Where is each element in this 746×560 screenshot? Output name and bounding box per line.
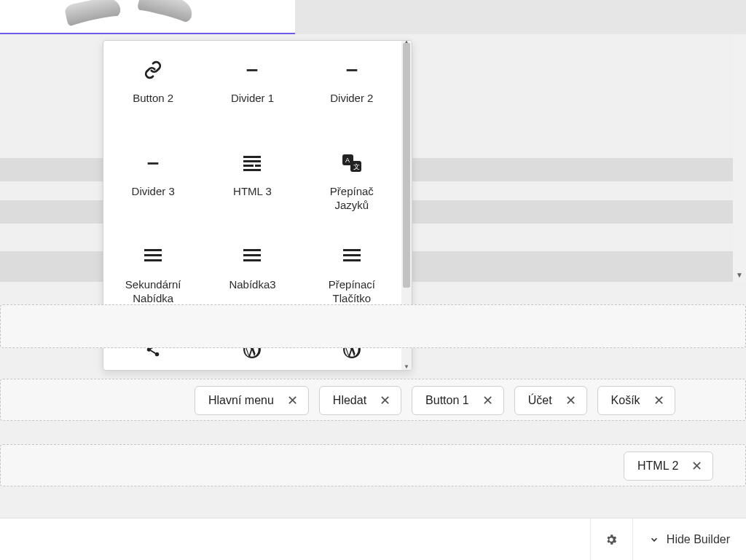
builder-chip-button-1[interactable]: Button 1 ✕ [412, 386, 504, 415]
settings-button[interactable] [590, 518, 632, 560]
component-divider-2[interactable]: Divider 2 [302, 54, 401, 147]
hide-builder-label: Hide Builder [667, 533, 730, 546]
svg-rect-19 [343, 254, 361, 256]
builder-chip-cart[interactable]: Košík ✕ [597, 386, 675, 415]
svg-rect-15 [243, 249, 261, 251]
chip-label: Účet [528, 394, 552, 407]
divider-icon [242, 61, 262, 79]
component-label: Divider 3 [132, 185, 175, 199]
builder-bottom-bar: Hide Builder [0, 518, 746, 560]
menu-icon [342, 248, 362, 265]
component-button-2[interactable]: Button 2 [103, 54, 203, 147]
panel-scrollbar[interactable]: ▼ [733, 34, 746, 282]
svg-rect-13 [144, 254, 162, 256]
component-label: Button 2 [133, 92, 173, 106]
svg-point-22 [147, 347, 152, 352]
component-label: Divider 1 [231, 92, 274, 106]
translate-icon: A文 [342, 154, 362, 172]
hide-builder-button[interactable]: Hide Builder [632, 518, 746, 560]
svg-rect-4 [243, 160, 261, 162]
close-icon[interactable]: ✕ [565, 394, 576, 407]
chevron-down-icon [649, 535, 659, 545]
chip-container: Hlavní menu ✕ Hledat ✕ Button 1 ✕ Účet ✕… [195, 386, 675, 415]
svg-rect-0 [247, 69, 258, 71]
svg-rect-12 [144, 249, 162, 251]
svg-rect-18 [343, 249, 361, 251]
component-divider-1[interactable]: Divider 1 [203, 54, 302, 147]
svg-point-23 [155, 352, 160, 357]
component-divider-3[interactable]: Divider 3 [103, 147, 203, 240]
builder-chip-search[interactable]: Hledat ✕ [319, 386, 401, 415]
link-icon [143, 61, 163, 79]
preview-canvas-left [0, 0, 295, 34]
builder-chip-account[interactable]: Účet ✕ [514, 386, 587, 415]
chevron-down-icon[interactable]: ▼ [404, 364, 409, 370]
component-label: Přepínač Jazyků [330, 185, 374, 213]
chip-label: Button 1 [425, 394, 469, 407]
builder-slot-row[interactable] [0, 304, 746, 348]
component-label: Nabídka3 [229, 278, 275, 292]
svg-rect-3 [243, 156, 261, 158]
component-label: HTML 3 [233, 185, 272, 199]
illustration-shoe [64, 0, 122, 27]
scrollbar-thumb[interactable] [403, 43, 410, 288]
close-icon[interactable]: ✕ [691, 460, 702, 473]
builder-slot-row[interactable]: HTML 2 ✕ [0, 444, 746, 486]
chip-label: Košík [611, 394, 640, 407]
component-label: Divider 2 [330, 92, 373, 106]
component-language-switcher[interactable]: A文 Přepínač Jazyků [302, 147, 401, 240]
svg-rect-17 [243, 259, 261, 261]
svg-rect-16 [243, 254, 261, 256]
illustration-shoe [136, 0, 195, 24]
svg-rect-2 [148, 162, 159, 165]
svg-rect-14 [144, 259, 162, 261]
chip-label: Hlavní menu [208, 394, 274, 407]
preview-strip [0, 0, 746, 34]
divider-icon [342, 61, 362, 79]
chip-label: HTML 2 [637, 460, 678, 473]
builder-chip-html-2[interactable]: HTML 2 ✕ [624, 451, 713, 481]
svg-rect-20 [343, 259, 361, 261]
close-icon[interactable]: ✕ [287, 394, 298, 407]
chip-container: HTML 2 ✕ [624, 451, 713, 481]
svg-text:A: A [345, 157, 350, 164]
component-label: Sekundární Nabídka [125, 278, 181, 306]
svg-rect-6 [255, 165, 261, 167]
component-label: Přepínací Tlačítko [329, 278, 375, 306]
close-icon[interactable]: ✕ [482, 394, 493, 407]
builder-slot-row[interactable]: Hlavní menu ✕ Hledat ✕ Button 1 ✕ Účet ✕… [0, 379, 746, 421]
divider-icon [143, 154, 163, 172]
preview-canvas-right [295, 0, 746, 34]
svg-rect-7 [243, 169, 261, 171]
close-icon[interactable]: ✕ [380, 394, 390, 407]
html-icon [242, 154, 262, 172]
gear-icon [605, 533, 618, 546]
svg-rect-1 [346, 69, 357, 71]
close-icon[interactable]: ✕ [653, 394, 664, 407]
chip-label: Hledat [333, 394, 366, 407]
chevron-down-icon[interactable]: ▼ [736, 271, 743, 279]
builder-chip-main-menu[interactable]: Hlavní menu ✕ [195, 386, 309, 415]
menu-icon [242, 248, 262, 265]
component-html-3[interactable]: HTML 3 [203, 147, 302, 240]
menu-icon [143, 248, 163, 265]
svg-text:文: 文 [353, 163, 360, 170]
svg-rect-5 [243, 165, 254, 167]
